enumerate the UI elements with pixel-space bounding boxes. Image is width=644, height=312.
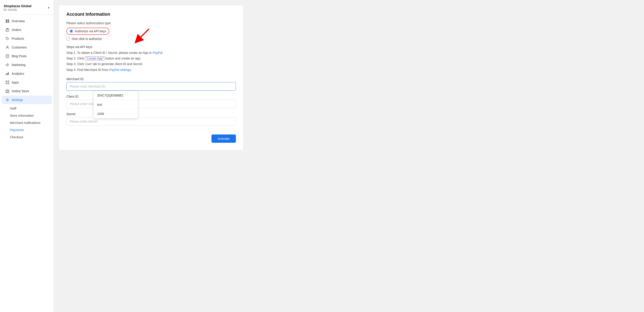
- svg-rect-1: [8, 20, 9, 21]
- auth-radio-group: Authorize via API keys One click to auth…: [66, 28, 236, 41]
- merchant-id-input[interactable]: [66, 82, 236, 91]
- svg-rect-10: [8, 72, 9, 75]
- store-id: ID: 410198: [4, 8, 32, 12]
- dropdown-item-1[interactable]: test: [94, 100, 138, 109]
- step4-line: Step 4. Find Merchant ID from PayPal set…: [66, 67, 236, 73]
- secret-label: Secret: [66, 112, 236, 116]
- secret-field-group: Secret: [66, 112, 236, 126]
- apps-icon: [6, 80, 10, 84]
- sidebar-item-customers[interactable]: Customers: [2, 43, 52, 52]
- steps-title: Steps via API keys: [66, 45, 236, 49]
- sidebar-item-orders[interactable]: Orders: [2, 26, 52, 34]
- sidebar-item-label: Online Store: [12, 89, 29, 93]
- radio-api-keys-input[interactable]: [70, 30, 73, 33]
- bar-chart-icon: [6, 72, 10, 76]
- svg-rect-13: [6, 83, 7, 84]
- file-text-icon: [6, 54, 10, 58]
- radio-one-click-option[interactable]: One click to authorize: [66, 37, 236, 41]
- radio-one-click-input[interactable]: [66, 37, 70, 41]
- sidebar-item-label: Orders: [12, 28, 21, 32]
- svg-rect-16: [7, 91, 8, 93]
- svg-rect-0: [6, 20, 7, 21]
- sidebar-header[interactable]: Shoplazza Global ID: 410198 ▼: [0, 0, 54, 15]
- auth-section-label: Please select authorization type: [66, 21, 236, 25]
- steps-section: Steps via API keys Step 1. To obtain a C…: [66, 45, 236, 73]
- sidebar-item-products[interactable]: Products: [2, 34, 52, 43]
- sidebar-item-overview[interactable]: Overview: [2, 17, 52, 25]
- sidebar-item-label: Blog Posts: [12, 54, 27, 58]
- create-app-button-ref[interactable]: "Create App": [85, 56, 104, 60]
- step2-suffix: button and create an app: [104, 57, 140, 60]
- gear-icon: [6, 98, 10, 102]
- svg-point-17: [7, 99, 8, 101]
- card-title: Account Information: [66, 12, 236, 17]
- grid-icon: [6, 19, 10, 23]
- step1-line: Step 1. To obtain a Client ID / Secret, …: [66, 50, 236, 56]
- client-id-input[interactable]: [66, 100, 236, 108]
- main-content: Account Information Please select author…: [54, 0, 644, 312]
- svg-point-5: [7, 38, 7, 38]
- client-id-field-group: Client ID: [66, 95, 236, 108]
- svg-rect-9: [7, 73, 8, 75]
- secret-input[interactable]: [66, 117, 236, 126]
- merchant-id-field-group: Merchant ID 354C7QQENB6B2 test 1006: [66, 77, 236, 91]
- step2-prefix: Step 2. Click: [66, 57, 85, 60]
- svg-rect-12: [8, 81, 9, 82]
- paypal-link[interactable]: PayPal: [152, 51, 162, 55]
- dropdown-item-2[interactable]: 1006: [94, 109, 138, 118]
- card-footer: Activate: [66, 130, 236, 143]
- step2-line: Step 2. Click "Create App" button and cr…: [66, 56, 236, 61]
- sidebar-item-label: Overview: [12, 19, 25, 23]
- clipboard-icon: [6, 28, 10, 32]
- sidebar-item-label: Products: [12, 37, 24, 40]
- store-name: Shoplazza Global: [4, 4, 32, 8]
- svg-rect-11: [6, 81, 7, 82]
- radio-api-keys-label: Authorize via API keys: [75, 30, 106, 33]
- activate-button[interactable]: Activate: [212, 134, 236, 143]
- sidebar-item-label: Customers: [12, 46, 27, 49]
- sidebar-item-label: Settings: [12, 98, 23, 102]
- sidebar-item-analytics[interactable]: Analytics: [2, 69, 52, 78]
- store-icon: [6, 89, 10, 93]
- chevron-down-icon: ▼: [47, 6, 50, 10]
- user-icon: [6, 45, 10, 49]
- radio-one-click-label: One click to authorize: [72, 37, 102, 41]
- sidebar-item-blog-posts[interactable]: Blog Posts: [2, 52, 52, 60]
- merchant-id-dropdown: 354C7QQENB6B2 test 1006: [93, 91, 138, 119]
- client-id-label: Client ID: [66, 95, 236, 98]
- svg-rect-2: [6, 21, 7, 23]
- sidebar-item-marketing[interactable]: Marketing: [2, 61, 52, 69]
- svg-point-6: [7, 46, 8, 47]
- sidebar-item-apps[interactable]: Apps: [2, 78, 52, 87]
- step3-line: Step 3. Click 'Live' tab to generate cli…: [66, 61, 236, 67]
- sidebar: Shoplazza Global ID: 410198 ▼ Overview: [0, 0, 54, 312]
- sidebar-item-online-store[interactable]: Online Store: [2, 87, 52, 95]
- sub-item-payments[interactable]: Payments: [10, 126, 54, 134]
- step4-prefix: Step 4. Find Merchant ID from: [66, 68, 109, 72]
- step1-text: Step 1. To obtain a Client ID / Secret, …: [66, 51, 152, 55]
- sub-item-store-information[interactable]: Store information: [10, 112, 54, 119]
- tag-icon: [6, 37, 10, 41]
- svg-rect-8: [6, 74, 6, 75]
- dropdown-item-0[interactable]: 354C7QQENB6B2: [94, 91, 138, 100]
- sub-item-merchant-notifications[interactable]: Merchant notifications: [10, 119, 54, 126]
- sidebar-item-label: Apps: [12, 81, 19, 84]
- sidebar-nav: Overview Orders Products: [0, 15, 54, 143]
- radio-api-keys-option[interactable]: Authorize via API keys: [66, 28, 236, 35]
- sidebar-item-settings[interactable]: Settings: [2, 96, 52, 104]
- sidebar-item-label: Analytics: [12, 72, 24, 75]
- merchant-id-label: Merchant ID: [66, 77, 236, 81]
- sidebar-header-info: Shoplazza Global ID: 410198: [4, 4, 32, 12]
- megaphone-icon: [6, 63, 10, 67]
- svg-rect-14: [8, 83, 9, 84]
- sidebar-item-label: Marketing: [12, 63, 25, 67]
- api-keys-highlight-box: Authorize via API keys: [66, 28, 109, 35]
- sub-item-staff[interactable]: Staff: [10, 105, 54, 112]
- svg-rect-3: [8, 21, 9, 23]
- sub-item-checkout[interactable]: Checkout: [10, 134, 54, 141]
- settings-sub-items: Staff Store information Merchant notific…: [0, 104, 54, 141]
- paypal-settings-link[interactable]: PayPal settings.: [109, 68, 132, 72]
- svg-rect-15: [6, 91, 9, 93]
- account-information-card: Account Information Please select author…: [59, 6, 243, 150]
